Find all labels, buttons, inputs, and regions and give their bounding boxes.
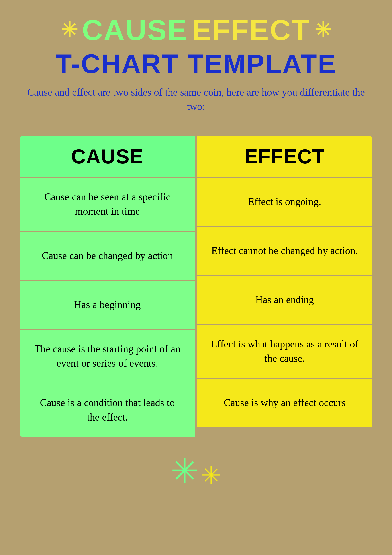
tchart-container: CAUSE Cause can be seen at a specific mo… <box>20 136 372 437</box>
effect-row-5: Cause is why an effect occurs <box>197 378 372 427</box>
header-section: ✳ CAUSE EFFECT ✳ T-CHART TEMPLATE Cause … <box>18 13 374 114</box>
bottom-star-yellow-icon: ✳ <box>201 463 221 488</box>
effect-column-header: EFFECT <box>197 136 372 177</box>
star-right-icon: ✳ <box>314 20 331 40</box>
cause-column: CAUSE Cause can be seen at a specific mo… <box>20 136 195 437</box>
effect-row-4: Effect is what happens as a result of th… <box>197 324 372 378</box>
cause-column-header: CAUSE <box>20 136 195 177</box>
column-divider <box>195 136 197 437</box>
subtitle: Cause and effect are two sides of the sa… <box>18 85 374 114</box>
cause-row-5: Cause is a condition that leads to the e… <box>20 383 195 437</box>
title-line1: ✳ CAUSE EFFECT ✳ <box>18 13 374 47</box>
cause-row-1: Cause can be seen at a specific moment i… <box>20 177 195 231</box>
title-effect: EFFECT <box>192 13 310 47</box>
bottom-star-green-icon: ✳ <box>171 454 199 488</box>
effect-row-1: Effect is ongoing. <box>197 177 372 226</box>
title-line2: T-CHART TEMPLATE <box>18 49 374 79</box>
effect-row-3: Has an ending <box>197 275 372 324</box>
star-left-icon: ✳ <box>61 20 78 40</box>
title-cause: CAUSE <box>82 13 188 47</box>
cause-row-3: Has a beginning <box>20 280 195 329</box>
bottom-decoration: ✳ ✳ <box>171 454 221 488</box>
effect-column: EFFECT Effect is ongoing. Effect cannot … <box>197 136 372 437</box>
cause-row-2: Cause can be changed by action <box>20 231 195 280</box>
cause-row-4: The cause is the starting point of an ev… <box>20 329 195 383</box>
effect-row-2: Effect cannot be changed by action. <box>197 226 372 275</box>
